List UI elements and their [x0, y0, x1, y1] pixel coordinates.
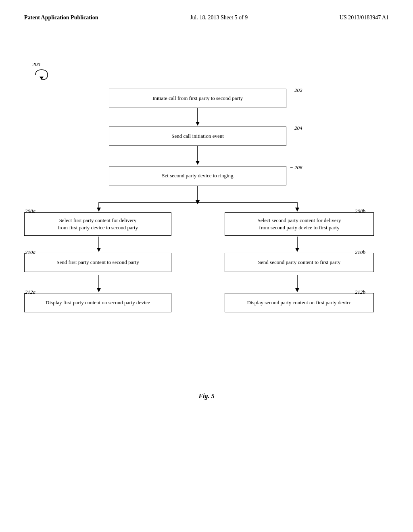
box-208b: Select second party content for delivery… [225, 212, 374, 236]
flow-ref-200: 200 [32, 61, 40, 68]
ref-202: − 202 [290, 87, 302, 94]
box-204: Send call initiation event [109, 127, 286, 146]
box-210b: Send second party content to first party [225, 253, 374, 272]
header-date-sheet: Jul. 18, 2013 Sheet 5 of 9 [190, 15, 248, 21]
svg-marker-20 [40, 77, 44, 80]
svg-marker-11 [196, 200, 200, 204]
diagram-area: 200 Initiate call from first party to se… [0, 29, 413, 424]
ref-204: − 204 [290, 125, 302, 131]
figure-label: Fig. 5 [198, 393, 214, 400]
ref-212b: 212b [355, 289, 365, 295]
box-206: Set second party device to ringing [109, 166, 286, 185]
header-publication-label: Patent Application Publication [24, 15, 98, 21]
ref-210b: 210b [355, 249, 365, 256]
svg-marker-10 [295, 208, 299, 212]
svg-marker-17 [295, 248, 299, 252]
svg-marker-15 [97, 288, 101, 292]
flow-start-symbol [31, 68, 52, 82]
svg-marker-13 [97, 248, 101, 252]
ref-208a: 208a [25, 208, 35, 214]
ref-210a: 210a [25, 249, 35, 256]
ref-208b: 208b [355, 208, 365, 214]
svg-marker-7 [97, 208, 101, 212]
ref-200-label: 200 [32, 61, 40, 67]
ref-206: − 206 [290, 164, 302, 171]
box-212a: Display first party content on second pa… [24, 293, 171, 312]
svg-marker-1 [196, 122, 200, 126]
box-212b: Display second party content on first pa… [225, 293, 374, 312]
box-208a: Select first party content for delivery … [24, 212, 171, 236]
box-202: Initiate call from first party to second… [109, 89, 286, 108]
box-210a: Send first party content to second party [24, 253, 171, 272]
svg-marker-19 [295, 288, 299, 292]
page-header: Patent Application Publication Jul. 18, … [0, 0, 413, 21]
ref-212a: 212a [25, 289, 35, 295]
svg-marker-3 [196, 161, 200, 165]
header-patent-number: US 2013/0183947 A1 [340, 15, 389, 21]
